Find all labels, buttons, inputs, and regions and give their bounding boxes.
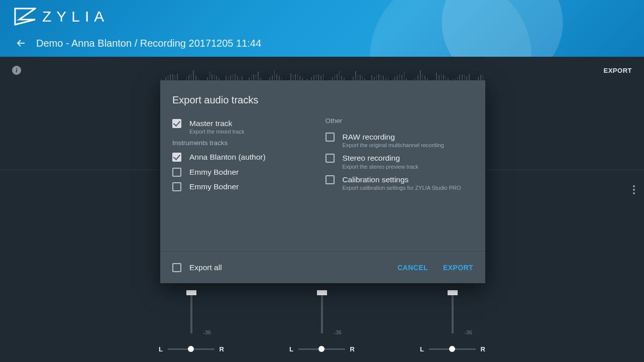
db-label: -36: [334, 329, 342, 335]
db-label: -36: [203, 329, 211, 335]
checkbox-sublabel: Export the original multichannel recordi…: [343, 142, 444, 148]
export-dialog: Export audio tracks Master track Export …: [160, 80, 485, 283]
checkbox-label: Anna Blanton (author): [189, 152, 266, 162]
checkbox-sublabel: Export the stereo preview track: [343, 164, 419, 170]
fader[interactable]: [452, 294, 454, 333]
checkbox-icon: [326, 175, 335, 184]
checkbox-icon: [326, 133, 335, 142]
dialog-title: Export audio tracks: [160, 80, 485, 115]
section-other: Other: [326, 116, 474, 130]
pan-left-label: L: [420, 345, 424, 353]
pan-left-label: L: [159, 345, 163, 353]
pan-right-label: R: [350, 345, 355, 353]
checkbox-instrument[interactable]: Emmy Bodner: [172, 179, 320, 194]
info-icon[interactable]: i: [12, 66, 21, 75]
section-instruments: Instruments tracks: [172, 137, 320, 150]
more-menu-icon[interactable]: [633, 185, 635, 194]
export-button[interactable]: EXPORT: [604, 67, 632, 74]
mixer-channel: -36LR: [159, 294, 224, 353]
brand-logo: ZYLIA: [14, 8, 109, 26]
back-arrow-icon[interactable]: [15, 37, 27, 49]
checkbox-label: RAW recording: [343, 132, 444, 142]
checkbox-export-all[interactable]: Export all: [172, 263, 222, 272]
db-label: -36: [464, 329, 472, 335]
fader[interactable]: [321, 294, 323, 333]
checkbox-icon: [172, 153, 181, 162]
checkbox-instrument[interactable]: Anna Blanton (author): [172, 150, 320, 164]
pan-control[interactable]: LR: [420, 345, 485, 353]
checkbox-label: Stereo recording: [343, 153, 419, 163]
pan-left-label: L: [289, 345, 293, 353]
checkbox-master-track[interactable]: Master track Export the mixed track: [172, 116, 320, 137]
checkbox-label: Emmy Bodner: [189, 182, 239, 191]
checkbox-other[interactable]: RAW recordingExport the original multich…: [326, 130, 474, 151]
checkbox-label: Master track: [189, 118, 244, 128]
mixer-channel: -36LR: [420, 294, 485, 353]
app-header: ZYLIA Demo - Anna Blanton / Recording 20…: [0, 0, 644, 57]
pan-right-label: R: [481, 345, 485, 353]
checkbox-other[interactable]: Calibration settingsExport calibration s…: [326, 172, 474, 193]
pan-slider[interactable]: [298, 348, 345, 350]
checkbox-other[interactable]: Stereo recordingExport the stereo previe…: [326, 151, 474, 172]
breadcrumb: Demo - Anna Blanton / Recording 20171205…: [36, 38, 261, 49]
checkbox-icon: [172, 263, 181, 272]
pan-slider[interactable]: [429, 348, 476, 350]
pan-control[interactable]: LR: [159, 345, 224, 353]
fader[interactable]: [190, 294, 192, 333]
logo-icon: [14, 8, 36, 26]
checkbox-icon: [172, 168, 181, 177]
checkbox-label: Export all: [189, 263, 222, 272]
checkbox-sublabel: Export the mixed track: [189, 129, 244, 135]
checkbox-instrument[interactable]: Emmy Bodner: [172, 165, 320, 179]
export-confirm-button[interactable]: EXPORT: [443, 264, 473, 272]
cancel-button[interactable]: CANCEL: [397, 264, 428, 272]
checkbox-sublabel: Export calibration settings for ZYLIA St…: [343, 185, 461, 191]
mixer-channel: -36LR: [289, 294, 355, 353]
checkbox-label: Calibration settings: [343, 175, 461, 184]
brand-name: ZYLIA: [42, 8, 109, 25]
pan-slider[interactable]: [168, 348, 214, 350]
pan-right-label: R: [220, 345, 224, 353]
checkbox-icon: [326, 154, 335, 163]
checkbox-icon: [172, 119, 181, 128]
checkbox-label: Emmy Bodner: [189, 167, 239, 177]
pan-control[interactable]: LR: [289, 345, 355, 353]
checkbox-icon: [172, 182, 181, 191]
